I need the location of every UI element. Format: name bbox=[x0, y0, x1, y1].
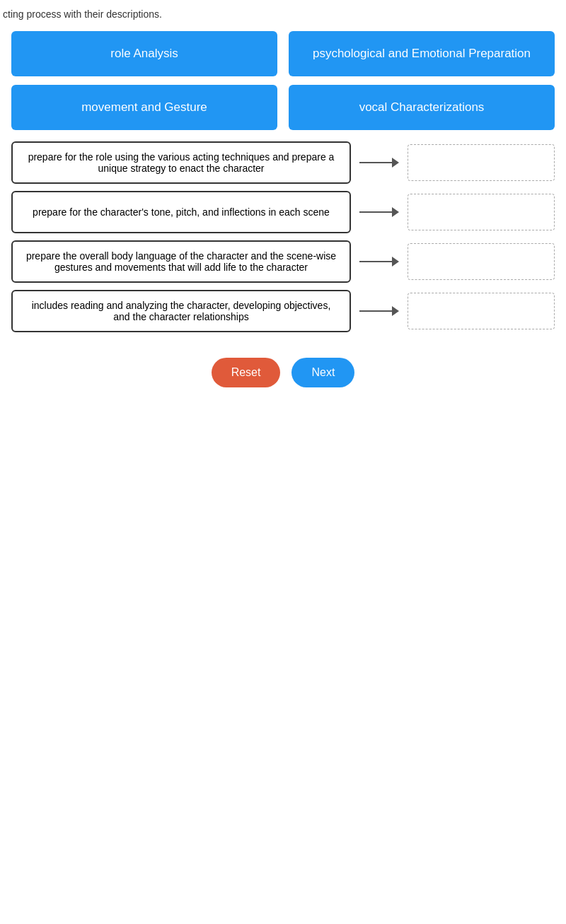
arrow-3 bbox=[351, 257, 408, 267]
description-3: prepare the overall body language of the… bbox=[11, 240, 351, 283]
table-row: includes reading and analyzing the chara… bbox=[11, 290, 555, 332]
target-1[interactable] bbox=[408, 144, 555, 181]
content-area: role Analysis psychological and Emotiona… bbox=[0, 25, 566, 387]
category-psychological[interactable]: psychological and Emotional Preparation bbox=[289, 31, 555, 76]
description-1: prepare for the role using the various a… bbox=[11, 141, 351, 184]
description-2: prepare for the character's tone, pitch,… bbox=[11, 191, 351, 233]
arrow-1 bbox=[351, 158, 408, 168]
description-4: includes reading and analyzing the chara… bbox=[11, 290, 351, 332]
category-vocal[interactable]: vocal Characterizations bbox=[289, 85, 555, 130]
buttons-row: Reset Next bbox=[11, 358, 555, 387]
header-text: cting process with their descriptions. bbox=[0, 0, 566, 25]
category-movement[interactable]: movement and Gesture bbox=[11, 85, 277, 130]
category-role-analysis[interactable]: role Analysis bbox=[11, 31, 277, 76]
table-row: prepare for the character's tone, pitch,… bbox=[11, 191, 555, 233]
target-2[interactable] bbox=[408, 194, 555, 230]
target-3[interactable] bbox=[408, 243, 555, 280]
arrow-4 bbox=[351, 306, 408, 316]
table-row: prepare for the role using the various a… bbox=[11, 141, 555, 184]
category-row-2: movement and Gesture vocal Characterizat… bbox=[11, 85, 555, 130]
reset-button[interactable]: Reset bbox=[212, 358, 281, 387]
table-row: prepare the overall body language of the… bbox=[11, 240, 555, 283]
arrow-2 bbox=[351, 207, 408, 217]
matching-area: prepare for the role using the various a… bbox=[11, 141, 555, 332]
category-row-1: role Analysis psychological and Emotiona… bbox=[11, 31, 555, 76]
target-4[interactable] bbox=[408, 293, 555, 329]
next-button[interactable]: Next bbox=[291, 358, 354, 387]
